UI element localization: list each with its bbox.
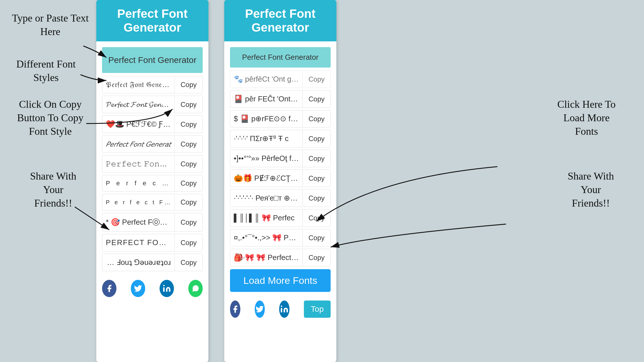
right-font-text-7: ▌║│▌║ 🎀 Perfec xyxy=(230,209,303,226)
svg-rect-0 xyxy=(163,287,165,292)
right-copy-btn-1[interactable]: Copy xyxy=(303,91,330,107)
right-copy-btn-2[interactable]: Copy xyxy=(303,111,330,127)
right-panel-header: Perfect Font Generator xyxy=(224,0,336,41)
copy-btn-2[interactable]: Copy xyxy=(175,97,202,113)
facebook-share-left[interactable] xyxy=(102,280,116,297)
copy-btn-3[interactable]: Copy xyxy=(175,116,202,132)
copy-btn-9[interactable]: Copy xyxy=(175,235,202,251)
right-font-row-0: 🐾 pêrfēCt 'Ont gE№ Copy xyxy=(230,70,331,88)
facebook-share-right[interactable] xyxy=(230,301,240,318)
twitter-share-left[interactable] xyxy=(131,280,145,297)
copy-btn-1[interactable]: Copy xyxy=(175,77,202,93)
left-panel: Perfect Font Generator Perfect Font Gene… xyxy=(96,0,208,362)
right-copy-btn-3[interactable]: Copy xyxy=(303,131,330,147)
right-copy-btn-5[interactable]: Copy xyxy=(303,170,330,186)
font-text-3: ❤️🎩 P€ℱℱ€© Ƒ0n© g€ xyxy=(102,116,175,133)
font-row-3: ❤️🎩 P€ℱℱ€© Ƒ0n© g€ Copy xyxy=(102,115,203,133)
copy-btn-10[interactable]: Copy xyxy=(175,255,202,271)
font-text-8: * 🎯 Perfect Fⓞnt Ger xyxy=(102,213,175,231)
load-more-button[interactable]: Load More Fonts xyxy=(230,269,331,292)
copy-btn-5[interactable]: Copy xyxy=(175,156,202,172)
copy-btn-4[interactable]: Copy xyxy=(175,136,202,152)
whatsapp-share-left[interactable] xyxy=(188,280,203,297)
right-font-row-9: 🎒·🎀 🎀 Perfect F© Copy xyxy=(230,249,331,266)
left-input[interactable]: Perfect Font Generator xyxy=(102,47,203,73)
right-copy-btn-0[interactable]: Copy xyxy=(303,71,330,87)
font-text-6: P e r f e c t F o n t xyxy=(102,176,175,191)
right-panel: Perfect Font Generator Perfect Font Gene… xyxy=(224,0,336,362)
right-font-row-1: 🎴 pêr FEČt 'Ont gE№ Copy xyxy=(230,90,331,108)
copy-btn-8[interactable]: Copy xyxy=(175,214,202,230)
annotation-click-copy: Click On CopyButton To CopyFont Style xyxy=(6,98,95,138)
right-copy-btn-9[interactable]: Copy xyxy=(303,250,330,266)
font-row-2: 𝓟𝓮𝓻𝓯𝓮𝓬𝓽 𝓕𝓸𝓷𝓽 𝓖𝓮𝓷𝓮𝓻𝓪𝓽𝓸𝓻 Copy xyxy=(102,96,203,113)
svg-point-1 xyxy=(163,285,165,286)
top-button[interactable]: Top xyxy=(304,301,331,318)
right-share-bar: Top xyxy=(224,295,336,324)
font-text-1: 𝔓𝔢𝔯𝔣𝔢𝔠𝔱 𝔉𝔬𝔫𝔱 𝔊𝔢𝔫𝔢𝔯𝔞𝔱𝔬𝔯 xyxy=(102,76,175,93)
right-font-text-5: 🎃🎁 PɆℱ⊕ℰCŢ ÏÔÑт g xyxy=(230,170,303,187)
font-text-5: 𝙿𝚎𝚛𝚏𝚎𝚌𝚝 𝙵𝚘𝚗𝚝 𝙶𝚎𝚗𝚎𝚛𝚊𝚝𝚘 xyxy=(102,155,175,172)
font-text-4: 𝘗𝘦𝘳𝘧𝘦𝘤𝘵 𝘍𝘰𝘯𝘵 𝘎𝘦𝘯𝘦𝘳𝘢𝘵 xyxy=(102,136,175,153)
annotation-share-right: Share WithYourFriends!! xyxy=(546,170,635,210)
font-text-2: 𝓟𝓮𝓻𝓯𝓮𝓬𝓽 𝓕𝓸𝓷𝓽 𝓖𝓮𝓷𝓮𝓻𝓪𝓽𝓸𝓻 xyxy=(102,96,175,113)
font-row-4: 𝘗𝘦𝘳𝘧𝘦𝘤𝘵 𝘍𝘰𝘯𝘵 𝘎𝘦𝘯𝘦𝘳𝘢𝘵 Copy xyxy=(102,135,203,153)
right-font-text-3: ·'·'·'·' ΠΣr⊕Ŧ⁸ Ŧ c xyxy=(230,130,303,147)
right-font-text-4: •]••°'°»» PêrfeOţ fo⁴ gê⊛ xyxy=(230,150,303,167)
right-font-text-8: ¤,.•°¯°•.,>> 🎀 Perfec xyxy=(230,229,303,246)
copy-btn-6[interactable]: Copy xyxy=(175,175,202,191)
right-font-text-6: ·'·'·'·'·'· Рея'e□т ⊕0Ñ⁻ xyxy=(230,190,303,207)
annotation-share-left: Share WithYourFriends!! xyxy=(12,170,95,210)
twitter-share-right[interactable] xyxy=(255,301,265,318)
font-row-1: 𝔓𝔢𝔯𝔣𝔢𝔠𝔱 𝔉𝔬𝔫𝔱 𝔊𝔢𝔫𝔢𝔯𝔞𝔱𝔬𝔯 Copy xyxy=(102,76,203,93)
annotation-type-paste: Type or Paste TextHere xyxy=(9,11,92,38)
right-font-row-2: $ 🎴 p⊕rFE⊙⊙ foÑт ϑ⑦ɬ Copy xyxy=(230,110,331,128)
font-row-6: P e r f e c t F o n t Copy xyxy=(102,175,203,192)
font-text-9: PERFECT FONT GENERATOR xyxy=(102,234,175,251)
right-copy-btn-6[interactable]: Copy xyxy=(303,190,330,206)
font-row-5: 𝙿𝚎𝚛𝚏𝚎𝚌𝚝 𝙵𝚘𝚗𝚝 𝙶𝚎𝚗𝚎𝚛𝚊𝚝𝚘 Copy xyxy=(102,155,203,173)
right-font-row-4: •]••°'°»» PêrfeOţ fo⁴ gê⊛ Copy xyxy=(230,150,331,167)
font-text-10: ɹoʇɐɹǝuǝ⅁ ʇuoℲ ʇɔǝɟɹǝd xyxy=(102,254,175,271)
left-share-bar xyxy=(96,274,208,303)
right-font-row-8: ¤,.•°¯°•.,>> 🎀 Perfec Copy xyxy=(230,229,331,247)
right-copy-btn-4[interactable]: Copy xyxy=(303,151,330,167)
right-copy-btn-8[interactable]: Copy xyxy=(303,230,330,246)
font-row-10: ɹoʇɐɹǝuǝ⅁ ʇuoℲ ʇɔǝɟɹǝd Copy xyxy=(102,254,203,271)
linkedin-share-right[interactable] xyxy=(279,301,290,318)
font-row-8: * 🎯 Perfect Fⓞnt Ger Copy xyxy=(102,213,203,232)
right-font-row-3: ·'·'·'·' ΠΣr⊕Ŧ⁸ Ŧ c Copy xyxy=(230,130,331,147)
annotation-load-more: Click Here ToLoad MoreFonts xyxy=(540,98,632,138)
font-row-9: PERFECT FONT GENERATOR Copy xyxy=(102,234,203,251)
right-font-row-6: ·'·'·'·'·'· Рея'e□т ⊕0Ñ⁻ Copy xyxy=(230,189,331,207)
copy-btn-7[interactable]: Copy xyxy=(175,194,202,210)
right-font-row-7: ▌║│▌║ 🎀 Perfec Copy xyxy=(230,209,331,227)
right-font-text-1: 🎴 pêr FEČt 'Ont gE№ xyxy=(230,90,303,107)
annotation-font-styles: Different FontStyles xyxy=(3,57,89,84)
right-font-text-2: $ 🎴 p⊕rFE⊙⊙ foÑт ϑ⑦ɬ xyxy=(230,110,303,127)
left-panel-header: Perfect Font Generator xyxy=(96,0,208,41)
right-copy-btn-7[interactable]: Copy xyxy=(303,210,330,226)
font-text-7: P e r f e c t F o n t xyxy=(102,195,175,210)
font-row-7: P e r f e c t F o n t Copy xyxy=(102,194,203,211)
right-font-row-5: 🎃🎁 PɆℱ⊕ℰCŢ ÏÔÑт g Copy xyxy=(230,170,331,187)
linkedin-share-left[interactable] xyxy=(160,280,174,297)
right-font-text-0: 🐾 pêrfēCt 'Ont gE№ xyxy=(230,71,303,88)
svg-point-2 xyxy=(281,306,282,307)
right-font-text-9: 🎒·🎀 🎀 Perfect F© xyxy=(230,249,303,266)
right-input[interactable]: Perfect Font Generator xyxy=(230,47,331,68)
